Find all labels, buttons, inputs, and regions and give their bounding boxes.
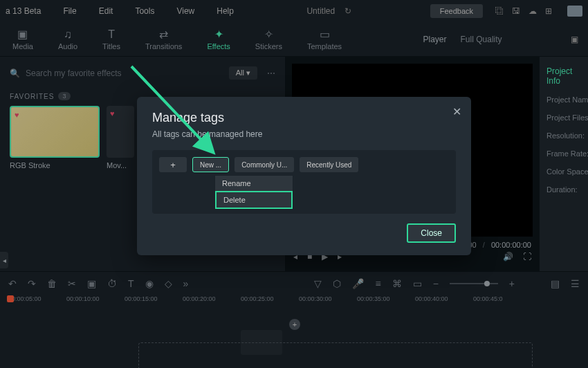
- modal-subtitle: All tags can be managed here: [152, 129, 456, 139]
- ctx-delete[interactable]: Delete: [215, 191, 293, 209]
- tag-item[interactable]: Recently Used: [300, 157, 358, 172]
- context-menu: Rename Delete: [214, 175, 293, 210]
- modal-title: Manage tags: [152, 111, 456, 125]
- ctx-rename[interactable]: Rename: [215, 176, 293, 191]
- tag-container: + New ... Commonly U... Recently Used: [152, 150, 456, 214]
- add-tag-button[interactable]: +: [159, 157, 187, 172]
- manage-tags-modal: ✕ Manage tags All tags can be managed he…: [137, 97, 471, 255]
- close-button[interactable]: Close: [407, 223, 456, 243]
- modal-footer: Close: [152, 223, 456, 243]
- close-icon[interactable]: ✕: [452, 105, 461, 118]
- modal-overlay: ✕ Manage tags All tags can be managed he…: [0, 0, 588, 368]
- tag-item[interactable]: New ...: [192, 157, 229, 172]
- tag-item[interactable]: Commonly U...: [235, 157, 294, 172]
